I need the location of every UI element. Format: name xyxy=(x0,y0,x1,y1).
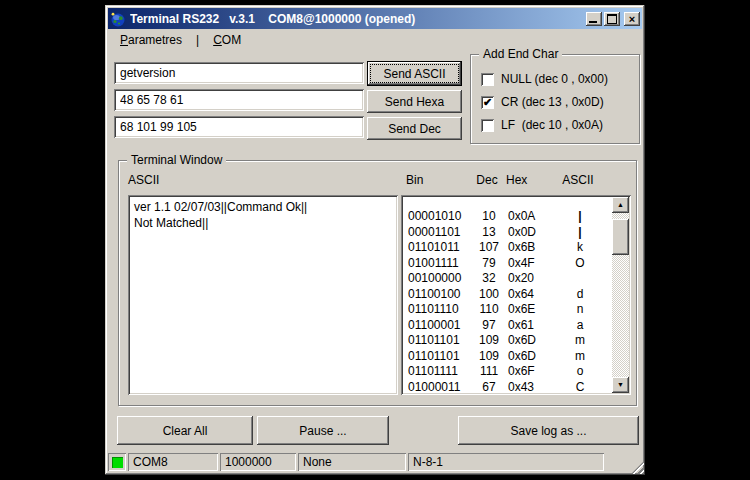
send-hexa-button[interactable]: Send Hexa xyxy=(367,90,462,113)
add-end-char-group: Add End Char NULL (dec 0 , 0x00)✔CR (dec… xyxy=(470,54,640,144)
ascii-terminal[interactable]: ver 1.1 02/07/03||Command Ok|| Not Match… xyxy=(128,195,398,395)
send-dec-button[interactable]: Send Dec xyxy=(367,117,462,140)
window-title: Terminal RS232 v.3.1 COM8@1000000 (opene… xyxy=(130,12,584,26)
hexa-input[interactable] xyxy=(114,89,364,111)
clear-all-button[interactable]: Clear All xyxy=(117,416,253,445)
menu-separator: | xyxy=(196,33,199,47)
dec-input[interactable] xyxy=(114,116,364,138)
status-baud: 1000000 xyxy=(220,453,296,471)
maximize-button[interactable] xyxy=(604,12,620,26)
save-log-button[interactable]: Save log as ... xyxy=(458,416,639,445)
hex-table-headers: Bin Dec Hex ASCII xyxy=(401,173,612,187)
table-row[interactable]: 00100000320x20 xyxy=(408,271,612,287)
scroll-down-button[interactable]: ▼ xyxy=(612,377,629,393)
hex-listbox[interactable]: 00001010100x0A|00001101130x0D|0110101110… xyxy=(401,195,631,395)
table-row[interactable]: 011011111110x6Fo xyxy=(408,364,612,380)
add-end-char-title: Add End Char xyxy=(479,47,562,61)
terminal-window-title: Terminal Window xyxy=(127,153,226,167)
minimize-button[interactable] xyxy=(586,12,602,26)
scroll-down-icon: ▼ xyxy=(617,381,624,388)
pause-button[interactable]: Pause ... xyxy=(257,416,389,445)
title-bar[interactable]: Terminal RS232 v.3.1 COM8@1000000 (opene… xyxy=(108,8,642,29)
desktop: Terminal RS232 v.3.1 COM8@1000000 (opene… xyxy=(0,0,750,480)
end-char-option[interactable]: NULL (dec 0 , 0x00) xyxy=(481,72,608,86)
terminal-rs232-window: Terminal RS232 v.3.1 COM8@1000000 (opene… xyxy=(105,5,645,475)
minimize-icon xyxy=(589,21,597,23)
close-button[interactable]: × xyxy=(624,12,640,26)
table-row[interactable]: 01100001970x61a xyxy=(408,318,612,334)
hex-table-rows: 00001010100x0A|00001101130x0D|0110101110… xyxy=(403,197,612,393)
maximize-icon xyxy=(607,14,617,24)
scroll-up-button[interactable]: ▲ xyxy=(612,197,629,213)
ascii-input[interactable] xyxy=(114,62,364,84)
status-handshake: None xyxy=(298,453,406,471)
header-dec: Dec xyxy=(472,173,502,187)
close-icon: × xyxy=(629,14,635,24)
status-led xyxy=(112,457,123,468)
ascii-pane-label: ASCII xyxy=(128,173,159,187)
connection-led-panel xyxy=(108,453,126,471)
end-char-option[interactable]: LF (dec 10 , 0x0A) xyxy=(481,118,603,132)
header-bin: Bin xyxy=(406,173,472,187)
send-ascii-button[interactable]: Send ASCII xyxy=(367,61,462,86)
checkbox-label: NULL (dec 0 , 0x00) xyxy=(501,72,608,86)
end-char-option[interactable]: ✔CR (dec 13 , 0x0D) xyxy=(481,95,604,109)
table-row[interactable]: 011011011090x6Dm xyxy=(408,349,612,365)
menu-item-parametres[interactable]: Parametres xyxy=(120,33,182,47)
table-row[interactable]: 011011011090x6Dm xyxy=(408,333,612,349)
status-format: N-8-1 xyxy=(408,453,604,471)
vertical-scrollbar[interactable]: ▲ ▼ xyxy=(612,197,629,393)
table-row[interactable]: 011010111070x6Bk xyxy=(408,240,612,256)
header-hex: Hex xyxy=(506,173,558,187)
checkbox-icon[interactable] xyxy=(481,119,494,132)
globe-app-icon xyxy=(110,11,126,27)
checkbox-checked-icon[interactable]: ✔ xyxy=(481,96,494,109)
table-row[interactable]: 01001111790x4FO xyxy=(408,256,612,272)
table-row[interactable]: 00001101130x0D| xyxy=(408,225,612,241)
scroll-up-icon: ▲ xyxy=(617,201,624,208)
scrollbar-thumb[interactable] xyxy=(612,219,629,255)
checkbox-label: LF (dec 10 , 0x0A) xyxy=(501,118,603,132)
checkbox-label: CR (dec 13 , 0x0D) xyxy=(501,95,604,109)
status-port: COM8 xyxy=(128,453,218,471)
menu-item-com[interactable]: COM xyxy=(213,33,241,47)
header-ascii: ASCII xyxy=(558,173,598,187)
status-bar: COM8 1000000 None N-8-1 xyxy=(108,452,642,472)
checkbox-icon[interactable] xyxy=(481,73,494,86)
table-row[interactable]: 01000011670x43C xyxy=(408,380,612,394)
terminal-window-group: Terminal Window ASCII ver 1.1 02/07/03||… xyxy=(118,160,637,406)
table-row[interactable]: 011011101100x6En xyxy=(408,302,612,318)
table-row[interactable]: 00001010100x0A| xyxy=(408,209,612,225)
table-row[interactable]: 011001001000x64d xyxy=(408,287,612,303)
